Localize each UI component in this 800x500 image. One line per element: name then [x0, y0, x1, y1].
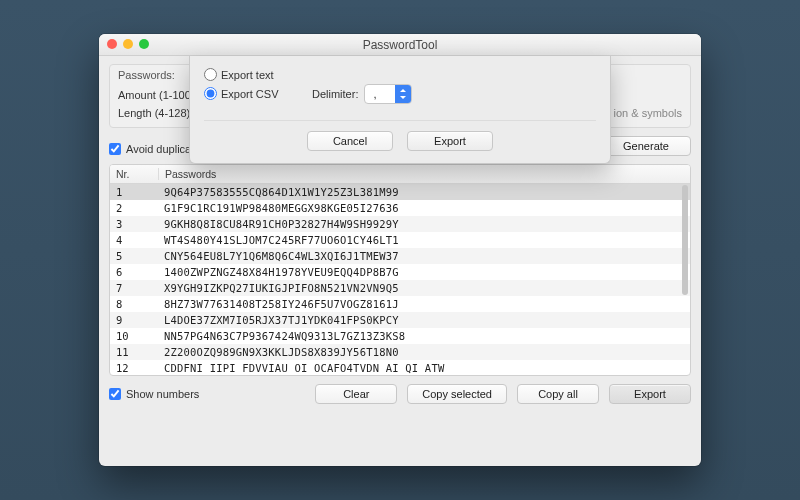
avoid-duplicates-input[interactable] — [109, 143, 121, 155]
table-row[interactable]: 2G1F9C1RC191WP98480MEGGX98KGE05I27636 — [110, 200, 690, 216]
minimize-icon[interactable] — [123, 39, 133, 49]
cell-password: X9YGH9IZKPQ27IUKIGJPIFO8N521VN2VN9Q5 — [158, 282, 690, 294]
delimiter-label: Delimiter: — [312, 88, 358, 100]
cell-password: 9GKH8Q8I8CU84R91CH0P32827H4W9SH9929Y — [158, 218, 690, 230]
export-sheet: Export text Export CSV Delimiter: , Canc… — [189, 56, 611, 164]
col-nr[interactable]: Nr. — [110, 168, 159, 180]
cell-nr: 8 — [110, 298, 158, 310]
footer-bar: Show numbers Clear Copy selected Copy al… — [109, 384, 691, 404]
show-numbers-checkbox[interactable]: Show numbers — [109, 388, 199, 400]
cell-password: 2Z200OZQ989GN9X3KKLJDS8X839JY56T18N0 — [158, 346, 690, 358]
passwords-table: Nr. Passwords 19Q64P37583555CQ864D1X1W1Y… — [109, 164, 691, 376]
delimiter-row: Delimiter: , — [312, 84, 596, 104]
copy-selected-button[interactable]: Copy selected — [407, 384, 507, 404]
table-header: Nr. Passwords — [110, 165, 690, 184]
table-row[interactable]: 39GKH8Q8I8CU84R91CH0P32827H4W9SH9929Y — [110, 216, 690, 232]
window-title: PasswordTool — [99, 38, 701, 52]
sheet-actions: Cancel Export — [204, 120, 596, 151]
export-csv-label: Export CSV — [221, 88, 278, 100]
cell-nr: 6 — [110, 266, 158, 278]
show-numbers-input[interactable] — [109, 388, 121, 400]
cell-nr: 5 — [110, 250, 158, 262]
cell-password: CDDFNI IIPI FDVVIAU OI OCAFO4TVDN AI QI … — [158, 362, 690, 374]
scrollbar-thumb[interactable] — [682, 185, 688, 295]
export-text-option[interactable]: Export text — [204, 68, 596, 81]
cell-nr: 3 — [110, 218, 158, 230]
cell-nr: 7 — [110, 282, 158, 294]
cell-nr: 2 — [110, 202, 158, 214]
show-numbers-label: Show numbers — [126, 388, 199, 400]
table-row[interactable]: 12CDDFNI IIPI FDVVIAU OI OCAFO4TVDN AI Q… — [110, 360, 690, 376]
cancel-button[interactable]: Cancel — [307, 131, 393, 151]
symbols-fragment: ion & symbols — [614, 107, 682, 119]
table-row[interactable]: 5CNY564EU8L7Y1Q6M8Q6C4WL3XQI6J1TMEW37 — [110, 248, 690, 264]
zoom-icon[interactable] — [139, 39, 149, 49]
cell-nr: 11 — [110, 346, 158, 358]
cell-password: L4DOE37ZXM7I05RJX37TJ1YDK041FPS0KPCY — [158, 314, 690, 326]
svg-marker-1 — [400, 96, 406, 99]
cell-nr: 1 — [110, 186, 158, 198]
table-row[interactable]: 4WT4S480Y41SLJOM7C245RF77UO6O1CY46LT1 — [110, 232, 690, 248]
export-text-radio[interactable] — [204, 68, 217, 81]
table-row[interactable]: 61400ZWPZNGZ48X84H1978YVEU9EQQ4DP8B7G — [110, 264, 690, 280]
export-text-label: Export text — [221, 69, 274, 81]
svg-marker-0 — [400, 89, 406, 92]
cell-password: WT4S480Y41SLJOM7C245RF77UO6O1CY46LT1 — [158, 234, 690, 246]
table-row[interactable]: 19Q64P37583555CQ864D1X1W1Y25Z3L381M99 — [110, 184, 690, 200]
delimiter-value: , — [365, 88, 395, 100]
copy-all-button[interactable]: Copy all — [517, 384, 599, 404]
cell-nr: 12 — [110, 362, 158, 374]
table-row[interactable]: 88HZ73W77631408T258IY246F5U7VOGZ8161J — [110, 296, 690, 312]
export-button[interactable]: Export — [609, 384, 691, 404]
delimiter-select[interactable]: , — [364, 84, 412, 104]
cell-nr: 10 — [110, 330, 158, 342]
cell-password: CNY564EU8L7Y1Q6M8Q6C4WL3XQI6J1TMEW37 — [158, 250, 690, 262]
chevron-updown-icon — [395, 85, 411, 103]
table-body[interactable]: 19Q64P37583555CQ864D1X1W1Y25Z3L381M992G1… — [110, 184, 690, 376]
app-window: PasswordTool Passwords: Amount (1-1000 L… — [99, 34, 701, 466]
table-row[interactable]: 112Z200OZQ989GN9X3KKLJDS8X839JY56T18N0 — [110, 344, 690, 360]
clear-button[interactable]: Clear — [315, 384, 397, 404]
cell-password: 8HZ73W77631408T258IY246F5U7VOGZ8161J — [158, 298, 690, 310]
cell-nr: 9 — [110, 314, 158, 326]
cell-nr: 4 — [110, 234, 158, 246]
table-row[interactable]: 10NN57PG4N63C7P9367424WQ9313L7GZ13Z3KS8 — [110, 328, 690, 344]
sheet-export-button[interactable]: Export — [407, 131, 493, 151]
cell-password: NN57PG4N63C7P9367424WQ9313L7GZ13Z3KS8 — [158, 330, 690, 342]
table-row[interactable]: 9L4DOE37ZXM7I05RJX37TJ1YDK041FPS0KPCY — [110, 312, 690, 328]
cell-password: G1F9C1RC191WP98480MEGGX98KGE05I27636 — [158, 202, 690, 214]
close-icon[interactable] — [107, 39, 117, 49]
table-row[interactable]: 7X9YGH9IZKPQ27IUKIGJPIFO8N521VN2VN9Q5 — [110, 280, 690, 296]
window-controls — [107, 39, 149, 49]
titlebar[interactable]: PasswordTool — [99, 34, 701, 56]
export-csv-radio[interactable] — [204, 87, 217, 100]
cell-password: 9Q64P37583555CQ864D1X1W1Y25Z3L381M99 — [158, 186, 690, 198]
col-passwords[interactable]: Passwords — [159, 168, 690, 180]
generate-button[interactable]: Generate — [601, 136, 691, 156]
cell-password: 1400ZWPZNGZ48X84H1978YVEU9EQQ4DP8B7G — [158, 266, 690, 278]
